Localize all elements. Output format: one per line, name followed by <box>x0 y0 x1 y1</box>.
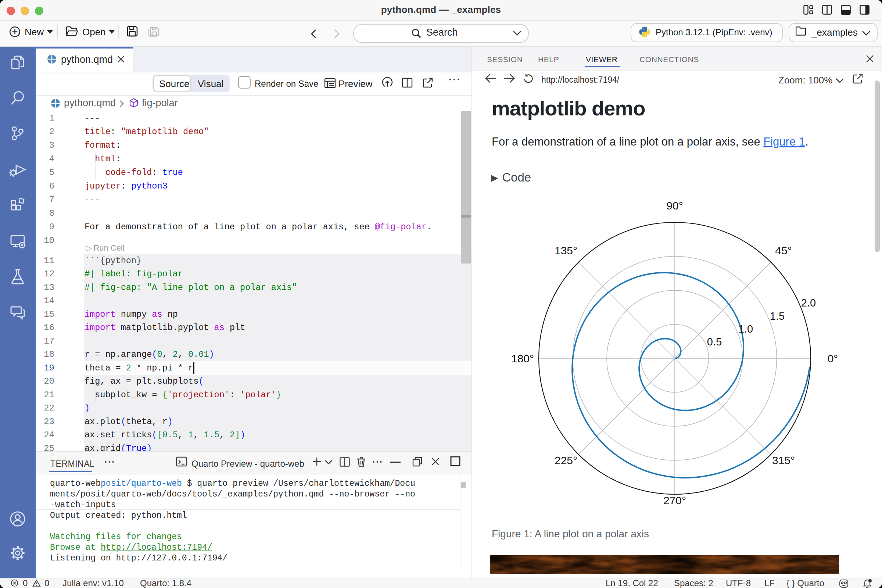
svg-text:1.5: 1.5 <box>770 310 784 322</box>
svg-text:180°: 180° <box>511 352 534 364</box>
svg-text:135°: 135° <box>555 244 578 256</box>
svg-text:2.0: 2.0 <box>801 297 816 309</box>
svg-text:0.5: 0.5 <box>707 336 722 348</box>
svg-text:0°: 0° <box>828 352 838 364</box>
svg-text:90°: 90° <box>666 200 683 212</box>
svg-text:1.0: 1.0 <box>738 323 753 335</box>
svg-text:270°: 270° <box>663 494 686 506</box>
svg-text:45°: 45° <box>775 244 792 256</box>
svg-text:225°: 225° <box>555 454 578 466</box>
svg-text:315°: 315° <box>772 454 795 466</box>
